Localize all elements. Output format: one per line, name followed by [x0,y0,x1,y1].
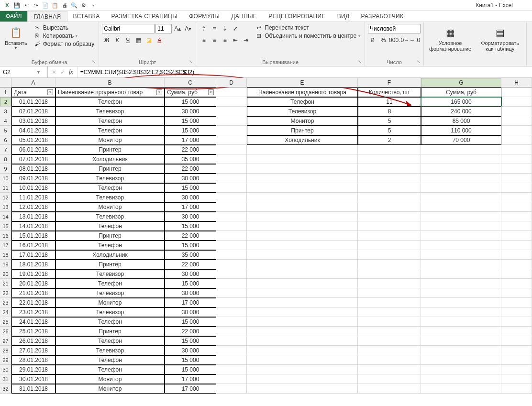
cell[interactable] [358,346,421,355]
row-header[interactable]: 24 [0,307,11,317]
cell[interactable] [247,317,358,327]
decrease-font-icon[interactable]: A▾ [183,24,193,33]
cell[interactable] [501,174,532,183]
cell[interactable]: 29.01.2018 [11,365,55,374]
row-header[interactable]: 13 [0,202,11,212]
cell[interactable]: Телефон [55,355,165,365]
cell[interactable] [358,269,421,279]
conditional-format-button[interactable]: ▦ Условное форматирование [427,24,474,53]
cell[interactable] [247,365,358,374]
tab-formulas[interactable]: ФОРМУЛЫ [183,11,225,22]
cell[interactable] [501,260,532,269]
cell[interactable] [247,288,358,298]
cell[interactable] [358,145,421,154]
spreadsheet-grid[interactable]: A B C D E F G H 1Дата▾Наиенование продан… [0,78,532,394]
font-size-input[interactable] [155,24,172,33]
cell[interactable] [421,336,501,346]
indent-less-icon[interactable]: ⇤ [231,35,240,45]
cell[interactable]: Телефон [247,97,358,107]
cell[interactable]: Телевизор [55,307,165,317]
cell[interactable]: Принтер [55,231,165,241]
row-header[interactable]: 16 [0,231,11,241]
cell[interactable]: 15 000 [165,97,216,107]
cell[interactable]: 35 000 [165,250,216,260]
cell[interactable] [501,231,532,241]
qat-dropdown-icon[interactable]: ▾ [89,1,98,10]
cell[interactable]: Принтер [55,260,165,269]
cell[interactable] [247,231,358,241]
cell[interactable] [421,174,501,183]
cell[interactable]: Телефон [55,183,165,193]
cell[interactable]: 22 000 [165,164,216,174]
cell[interactable]: 110 000 [421,126,501,135]
cell[interactable] [358,279,421,288]
cell[interactable]: Сумма, руб [421,88,501,97]
cell[interactable]: Монитор [55,298,165,307]
cell[interactable]: 12.01.2018 [11,202,55,212]
italic-icon[interactable]: К [112,35,122,45]
indent-more-icon[interactable]: ⇥ [241,35,251,45]
cell[interactable] [216,107,247,116]
cell[interactable] [421,145,501,154]
cell[interactable]: 70 000 [421,135,501,145]
cell[interactable] [247,202,358,212]
row-header[interactable]: 20 [0,269,11,279]
cell[interactable] [501,288,532,298]
cell[interactable] [216,231,247,241]
cell[interactable]: 165 000 [421,97,501,107]
row-header[interactable]: 9 [0,164,11,174]
cell[interactable] [358,355,421,365]
cell[interactable] [501,221,532,231]
cell[interactable] [358,183,421,193]
cell[interactable] [421,212,501,221]
cell[interactable] [216,346,247,355]
cell[interactable]: 21.01.2018 [11,288,55,298]
cell[interactable] [216,374,247,384]
align-center-icon[interactable]: ≡ [210,35,219,45]
cell[interactable]: 17 000 [165,202,216,212]
launcher-icon[interactable]: ⤡ [92,59,98,65]
cell[interactable] [501,97,532,107]
cell[interactable] [421,355,501,365]
qat-icon[interactable]: 🖨 [60,1,69,10]
cell[interactable]: Наиенование проданного товар▾ [55,88,165,97]
cell[interactable] [216,336,247,346]
cell[interactable]: 27.01.2018 [11,346,55,355]
cell[interactable]: Телефон [55,116,165,126]
border-icon[interactable]: ▦ [133,35,143,45]
cell[interactable]: 30.01.2018 [11,374,55,384]
cell[interactable] [501,250,532,260]
cell[interactable] [216,307,247,317]
cell[interactable] [216,221,247,231]
row-header[interactable]: 12 [0,193,11,202]
cell[interactable] [216,88,247,97]
row-header[interactable]: 4 [0,116,11,126]
row-header[interactable]: 21 [0,279,11,288]
cell[interactable] [358,212,421,221]
cell[interactable]: 15 000 [165,183,216,193]
cell[interactable]: 15 000 [165,126,216,135]
cell[interactable] [358,174,421,183]
cell[interactable]: 28.01.2018 [11,355,55,365]
cell[interactable]: Телефон [55,126,165,135]
increase-decimal-icon[interactable]: .0→ [399,35,409,45]
font-color-icon[interactable]: A [155,35,164,45]
cell[interactable] [216,384,247,394]
cell[interactable]: Телефон [55,221,165,231]
chevron-down-icon[interactable]: ▼ [36,70,41,75]
cell[interactable]: Телевизор [55,269,165,279]
tab-home[interactable]: ГЛАВНАЯ [27,11,67,22]
cell[interactable] [501,116,532,126]
cell[interactable]: 22 000 [165,327,216,336]
cell[interactable]: 30 000 [165,288,216,298]
launcher-icon[interactable]: ⤡ [189,59,195,65]
cell[interactable]: 2 [358,135,421,145]
row-header[interactable]: 23 [0,298,11,307]
align-right-icon[interactable]: ≡ [220,35,230,45]
fx-icon[interactable]: fx [69,68,73,76]
cell[interactable]: 01.01.2018 [11,97,55,107]
qat-icon[interactable]: 📋 [51,1,59,10]
row-header[interactable]: 27 [0,336,11,346]
decrease-decimal-icon[interactable]: ←.0 [410,35,420,45]
cell[interactable] [216,327,247,336]
